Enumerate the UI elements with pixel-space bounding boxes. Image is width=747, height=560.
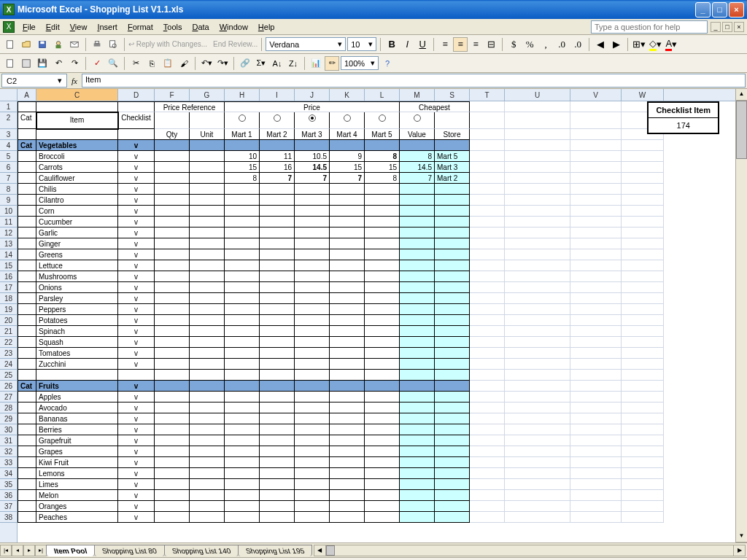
- menu-data[interactable]: Data: [187, 21, 214, 33]
- mdi-close[interactable]: ×: [734, 22, 744, 32]
- horizontal-scroll-thumb[interactable]: [326, 545, 335, 556]
- mart-radio-5[interactable]: [379, 114, 386, 122]
- fill-color-button[interactable]: ◇▾: [648, 37, 662, 52]
- sheet-tab-2[interactable]: Shopping List 140: [164, 545, 239, 556]
- hyperlink-button[interactable]: 🔗: [238, 56, 252, 71]
- help-search-input[interactable]: [591, 20, 708, 34]
- menu-tools[interactable]: Tools: [158, 21, 187, 33]
- decrease-indent-button[interactable]: ◀: [593, 37, 608, 52]
- col-header-L[interactable]: L: [365, 89, 400, 101]
- col-header-F[interactable]: F: [155, 89, 190, 101]
- zoom-select[interactable]: 100%▾: [341, 56, 379, 70]
- col-header-J[interactable]: J: [295, 89, 330, 101]
- row-header-10[interactable]: 10: [0, 206, 17, 217]
- tab-nav-first[interactable]: |◂: [0, 545, 12, 556]
- row-header-3[interactable]: 3: [0, 129, 17, 140]
- col-header-U[interactable]: U: [505, 89, 570, 101]
- row-header-11[interactable]: 11: [0, 217, 17, 228]
- currency-button[interactable]: $: [506, 37, 521, 52]
- row-header-8[interactable]: 8: [0, 184, 17, 195]
- format-painter-button[interactable]: 🖌: [177, 56, 191, 71]
- row-header-37[interactable]: 37: [0, 501, 17, 512]
- decrease-decimal-button[interactable]: .0: [570, 37, 585, 52]
- col-header-S[interactable]: S: [435, 89, 470, 101]
- row-header-4[interactable]: 4: [0, 140, 17, 151]
- menu-insert[interactable]: Insert: [92, 21, 123, 33]
- col-header-D[interactable]: D: [118, 89, 155, 101]
- row-header-1[interactable]: 1: [0, 101, 17, 112]
- chart-button[interactable]: 📊: [309, 56, 323, 71]
- align-right-button[interactable]: ≡: [468, 37, 483, 52]
- row-header-26[interactable]: 26: [0, 381, 17, 392]
- mart-radio-1[interactable]: [239, 114, 246, 122]
- col-header-K[interactable]: K: [330, 89, 365, 101]
- row-header-34[interactable]: 34: [0, 468, 17, 479]
- sort-desc-button[interactable]: Z↓: [286, 56, 301, 71]
- col-header-T[interactable]: T: [470, 89, 505, 101]
- row-header-19[interactable]: 19: [0, 304, 17, 315]
- underline-button[interactable]: U: [415, 37, 430, 52]
- increase-indent-button[interactable]: ▶: [609, 37, 624, 52]
- redo-button[interactable]: ↷: [67, 56, 82, 71]
- email-button[interactable]: [67, 37, 82, 52]
- menu-format[interactable]: Format: [123, 21, 158, 33]
- italic-button[interactable]: I: [400, 37, 414, 52]
- cells-area[interactable]: Price ReferencePriceCheapestCatItemCheck…: [18, 101, 735, 523]
- row-header-36[interactable]: 36: [0, 490, 17, 501]
- row-header-30[interactable]: 30: [0, 424, 17, 435]
- menu-help[interactable]: Help: [253, 21, 280, 33]
- row-header-25[interactable]: 25: [0, 370, 17, 381]
- col-header-H[interactable]: H: [225, 89, 260, 101]
- save-as-button[interactable]: 💾: [35, 56, 50, 71]
- percent-button[interactable]: %: [522, 37, 537, 52]
- sheet-tab-0[interactable]: Item Pool: [46, 545, 95, 556]
- row-header-14[interactable]: 14: [0, 249, 17, 260]
- row-header-13[interactable]: 13: [0, 238, 17, 249]
- mart-radio-4[interactable]: [344, 114, 351, 122]
- menu-file[interactable]: File: [18, 21, 41, 33]
- print-preview-button[interactable]: [106, 37, 120, 52]
- mdi-minimize[interactable]: _: [711, 22, 721, 32]
- font-select[interactable]: Verdana▾: [266, 37, 346, 51]
- row-header-6[interactable]: 6: [0, 162, 17, 173]
- row-header-22[interactable]: 22: [0, 337, 17, 348]
- col-header-M[interactable]: M: [400, 89, 435, 101]
- new-blank-button[interactable]: [3, 56, 18, 71]
- minimize-button[interactable]: _: [695, 2, 711, 18]
- col-header-I[interactable]: I: [260, 89, 295, 101]
- scroll-down-arrow[interactable]: ▼: [736, 531, 747, 542]
- font-color-button[interactable]: A▾: [664, 37, 678, 52]
- sort-asc-button[interactable]: A↓: [270, 56, 285, 71]
- fx-icon[interactable]: fx: [67, 77, 82, 85]
- bold-button[interactable]: B: [384, 37, 399, 52]
- align-center-button[interactable]: ≡: [453, 37, 468, 52]
- row-header-23[interactable]: 23: [0, 348, 17, 359]
- close-button[interactable]: ×: [729, 2, 744, 18]
- row-header-31[interactable]: 31: [0, 435, 17, 446]
- menu-window[interactable]: Window: [214, 21, 253, 33]
- row-header-38[interactable]: 38: [0, 512, 17, 523]
- select-all-corner[interactable]: [0, 89, 17, 101]
- selected-cell[interactable]: Item: [36, 112, 118, 129]
- scroll-up-arrow[interactable]: ▲: [736, 89, 747, 101]
- borders-button[interactable]: ⊞▾: [632, 37, 646, 52]
- menu-view[interactable]: View: [65, 21, 93, 33]
- col-header-C[interactable]: C: [36, 89, 118, 101]
- formula-bar[interactable]: Item: [82, 74, 746, 88]
- maximize-button[interactable]: □: [712, 2, 727, 18]
- row-header-33[interactable]: 33: [0, 457, 17, 468]
- mdi-restore[interactable]: □: [722, 22, 732, 32]
- horizontal-scrollbar[interactable]: ◀ ▶: [314, 545, 746, 556]
- comma-button[interactable]: ,: [538, 37, 553, 52]
- tab-nav-prev[interactable]: ◂: [12, 545, 23, 556]
- row-header-15[interactable]: 15: [0, 260, 17, 271]
- row-header-12[interactable]: 12: [0, 228, 17, 238]
- row-header-9[interactable]: 9: [0, 195, 17, 206]
- row-header-20[interactable]: 20: [0, 315, 17, 326]
- align-left-button[interactable]: ≡: [438, 37, 452, 52]
- insert-button[interactable]: [19, 56, 34, 71]
- research-button[interactable]: 🔍: [106, 56, 120, 71]
- cut-button[interactable]: ✂: [128, 56, 143, 71]
- new-button[interactable]: [3, 37, 18, 52]
- row-header-29[interactable]: 29: [0, 413, 17, 424]
